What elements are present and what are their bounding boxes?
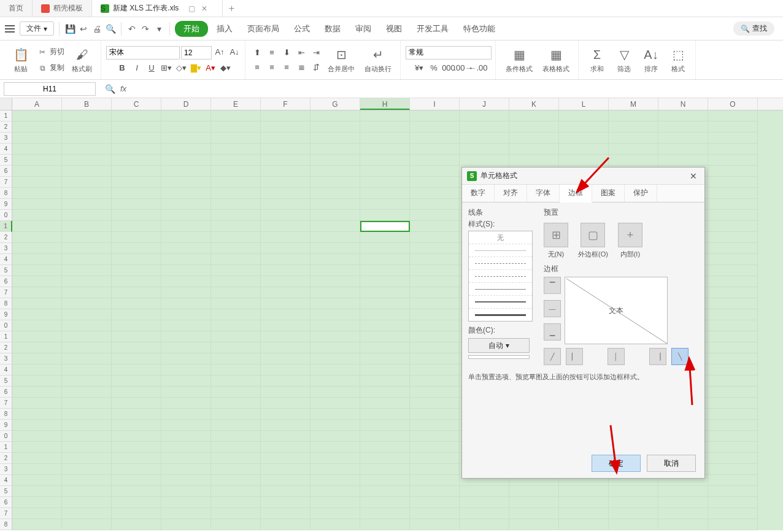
cell[interactable] bbox=[261, 298, 310, 309]
cell[interactable] bbox=[161, 232, 211, 243]
cell[interactable] bbox=[360, 519, 410, 530]
file-menu[interactable]: 文件 ▾ bbox=[20, 21, 54, 36]
cell[interactable] bbox=[509, 133, 559, 144]
cell[interactable] bbox=[509, 519, 559, 530]
cell[interactable] bbox=[62, 431, 112, 442]
cell[interactable] bbox=[360, 353, 410, 364]
cell[interactable] bbox=[360, 177, 410, 188]
redo-icon[interactable]: ↷ bbox=[140, 23, 151, 34]
cell[interactable] bbox=[12, 287, 62, 298]
paste-button[interactable]: 📋 粘贴 bbox=[7, 45, 34, 75]
cell[interactable] bbox=[161, 265, 211, 276]
cell[interactable] bbox=[310, 353, 360, 364]
cell[interactable] bbox=[112, 508, 161, 519]
cell[interactable] bbox=[161, 133, 211, 144]
cell[interactable] bbox=[211, 121, 261, 133]
cell[interactable] bbox=[509, 497, 559, 508]
cell[interactable] bbox=[112, 287, 161, 298]
cell[interactable] bbox=[708, 232, 758, 243]
cell[interactable] bbox=[509, 508, 559, 519]
ribbon-tab-formula[interactable]: 公式 bbox=[288, 21, 316, 37]
cell[interactable] bbox=[708, 486, 758, 497]
ribbon-tab-layout[interactable]: 页面布局 bbox=[241, 21, 285, 37]
cell[interactable] bbox=[211, 210, 261, 221]
cell[interactable] bbox=[310, 464, 360, 475]
cell[interactable] bbox=[62, 508, 112, 519]
cell[interactable] bbox=[360, 144, 410, 155]
cut-button[interactable]: ✂剪切 bbox=[34, 45, 67, 59]
cell[interactable] bbox=[211, 497, 261, 508]
cell[interactable] bbox=[62, 519, 112, 530]
row-header[interactable]: 6 bbox=[0, 497, 12, 508]
cell[interactable] bbox=[161, 254, 211, 265]
bold-button[interactable]: B bbox=[115, 62, 129, 74]
filter-button[interactable]: ▽ 筛选 bbox=[611, 45, 638, 75]
cell[interactable] bbox=[12, 254, 62, 265]
cell[interactable] bbox=[360, 210, 410, 221]
cell[interactable] bbox=[310, 497, 360, 508]
cell[interactable] bbox=[261, 342, 310, 353]
tab-add-button[interactable]: + bbox=[223, 0, 240, 17]
cell[interactable] bbox=[310, 376, 360, 387]
cell[interactable] bbox=[12, 177, 62, 188]
cell[interactable] bbox=[112, 331, 161, 342]
cell[interactable] bbox=[161, 497, 211, 508]
cell[interactable] bbox=[410, 210, 460, 221]
cell[interactable] bbox=[708, 110, 758, 121]
cell[interactable] bbox=[310, 387, 360, 398]
cell[interactable] bbox=[410, 309, 460, 320]
cell[interactable] bbox=[62, 188, 112, 199]
cell[interactable] bbox=[161, 276, 211, 287]
cell[interactable] bbox=[658, 155, 708, 166]
cell[interactable] bbox=[360, 475, 410, 486]
cell[interactable] bbox=[360, 110, 410, 121]
cell[interactable] bbox=[62, 133, 112, 144]
cell[interactable] bbox=[410, 475, 460, 486]
cell[interactable] bbox=[112, 376, 161, 387]
cell[interactable] bbox=[460, 121, 509, 133]
cell[interactable] bbox=[261, 265, 310, 276]
cell[interactable] bbox=[410, 376, 460, 387]
tab-home[interactable]: 首页 bbox=[0, 0, 33, 17]
wrap-button[interactable]: ↵ 自动换行 bbox=[360, 45, 396, 75]
col-header-E[interactable]: E bbox=[211, 98, 261, 110]
cell[interactable] bbox=[211, 420, 261, 431]
row-header[interactable]: 8 bbox=[0, 409, 12, 420]
cell[interactable] bbox=[360, 364, 410, 376]
cell[interactable] bbox=[211, 486, 261, 497]
cell[interactable] bbox=[261, 331, 310, 342]
dialog-title-bar[interactable]: S 单元格格式 ✕ bbox=[462, 168, 704, 185]
cell[interactable] bbox=[112, 232, 161, 243]
cell[interactable] bbox=[410, 420, 460, 431]
cell[interactable] bbox=[211, 387, 261, 398]
row-header[interactable]: 6 bbox=[0, 387, 12, 398]
print-icon[interactable]: 🖨 bbox=[91, 23, 102, 34]
cell[interactable] bbox=[12, 210, 62, 221]
cell[interactable] bbox=[360, 276, 410, 287]
cell[interactable] bbox=[708, 453, 758, 464]
cell[interactable] bbox=[112, 144, 161, 155]
cell[interactable] bbox=[12, 387, 62, 398]
cell[interactable] bbox=[360, 287, 410, 298]
ribbon-tab-start[interactable]: 开始 bbox=[175, 21, 208, 37]
cell[interactable] bbox=[460, 144, 509, 155]
cell[interactable] bbox=[261, 155, 310, 166]
cell[interactable] bbox=[410, 188, 460, 199]
cell[interactable] bbox=[62, 166, 112, 177]
cell[interactable] bbox=[310, 243, 360, 254]
copy-button[interactable]: ⧉复制 bbox=[34, 61, 67, 75]
name-box[interactable] bbox=[4, 82, 96, 96]
cell[interactable] bbox=[559, 110, 609, 121]
cell[interactable] bbox=[460, 133, 509, 144]
cell[interactable] bbox=[62, 144, 112, 155]
cell[interactable] bbox=[211, 177, 261, 188]
row-header[interactable]: 4 bbox=[0, 364, 12, 376]
percent-icon[interactable]: % bbox=[427, 62, 441, 74]
select-all-corner[interactable] bbox=[0, 98, 12, 110]
cell[interactable] bbox=[161, 309, 211, 320]
cell[interactable] bbox=[708, 464, 758, 475]
cell[interactable] bbox=[112, 133, 161, 144]
cell[interactable] bbox=[410, 331, 460, 342]
cell[interactable] bbox=[708, 420, 758, 431]
cell[interactable] bbox=[12, 420, 62, 431]
